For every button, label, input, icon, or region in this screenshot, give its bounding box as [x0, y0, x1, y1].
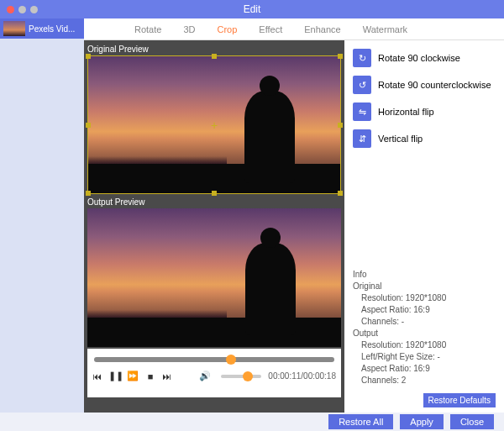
crop-handle[interactable]	[212, 191, 217, 196]
volume-handle[interactable]	[243, 371, 253, 381]
prev-frame-icon[interactable]: ⏮	[92, 371, 102, 381]
info-original-aspect: Aspect Ratio: 16:9	[353, 304, 496, 316]
hflip-icon: ⇋	[353, 102, 371, 121]
original-preview[interactable]: +	[87, 55, 341, 194]
sidebar-item-label: Pexels Vid...	[29, 24, 75, 34]
crop-center-icon[interactable]: +	[211, 118, 218, 132]
window-title: Edit	[244, 3, 261, 15]
rotate-ccw-icon: ↺	[353, 76, 371, 94]
info-output-eyesize: Left/Right Eye Size: -	[353, 351, 496, 363]
tab-effect[interactable]: Effect	[259, 24, 282, 34]
option-vflip[interactable]: ⇵ Vertical flip	[353, 129, 496, 148]
output-preview-label: Output Preview	[87, 196, 341, 208]
sidebar: Pexels Vid...	[0, 18, 84, 413]
window-controls	[7, 6, 38, 13]
close-window-icon[interactable]	[7, 6, 14, 13]
restore-defaults-button[interactable]: Restore Defaults	[423, 393, 496, 407]
crop-handle[interactable]	[338, 191, 343, 196]
info-output-resolution: Resolution: 1920*1080	[353, 339, 496, 351]
tab-rotate[interactable]: Rotate	[134, 24, 161, 34]
option-label: Rotate 90 clockwise	[378, 53, 460, 63]
rotate-cw-icon: ↻	[353, 49, 371, 67]
option-label: Horizontal flip	[378, 107, 434, 117]
crop-handle[interactable]	[86, 54, 91, 59]
info-output-channels: Channels: 2	[353, 375, 496, 386]
apply-button[interactable]: Apply	[400, 414, 444, 429]
crop-handle[interactable]	[86, 123, 91, 128]
restore-all-button[interactable]: Restore All	[328, 414, 393, 429]
tab-bar: Rotate 3D Crop Effect Enhance Watermark	[84, 18, 504, 40]
info-output-label: Output	[353, 328, 496, 339]
option-label: Rotate 90 counterclockwise	[378, 80, 491, 90]
option-rotate-ccw[interactable]: ↺ Rotate 90 counterclockwise	[353, 76, 496, 94]
tab-watermark[interactable]: Watermark	[363, 24, 407, 34]
sidebar-item-video[interactable]: Pexels Vid...	[0, 18, 84, 39]
zoom-window-icon[interactable]	[30, 6, 38, 13]
info-original-label: Original	[353, 281, 496, 292]
minimize-window-icon[interactable]	[18, 6, 26, 13]
tab-3d[interactable]: 3D	[183, 24, 195, 34]
crop-handle[interactable]	[212, 54, 217, 59]
titlebar: Edit	[0, 0, 504, 18]
vflip-icon: ⇵	[353, 129, 371, 148]
info-original-channels: Channels: -	[353, 316, 496, 328]
tab-enhance[interactable]: Enhance	[304, 24, 340, 34]
preview-panel: Original Preview + Output Preview	[84, 40, 344, 413]
volume-icon[interactable]: 🔊	[199, 371, 211, 381]
crop-handle[interactable]	[86, 191, 91, 196]
option-hflip[interactable]: ⇋ Horizontal flip	[353, 102, 496, 121]
playback-time: 00:00:11/00:00:18	[268, 371, 336, 381]
scrub-bar[interactable]	[94, 357, 334, 362]
next-frame-icon[interactable]: ⏭	[162, 371, 171, 381]
scrub-handle[interactable]	[226, 355, 236, 365]
footer: Restore All Apply Close	[0, 413, 504, 431]
close-button[interactable]: Close	[450, 414, 494, 429]
info-block: Info Original Resolution: 1920*1080 Aspe…	[353, 269, 496, 390]
info-original-resolution: Resolution: 1920*1080	[353, 292, 496, 304]
fast-forward-icon[interactable]: ⏩	[127, 371, 139, 381]
playback-controls: ⏮ ❚❚ ⏩ ■ ⏭ 🔊 00:00:11/00:00:18	[87, 349, 341, 397]
info-output-aspect: Aspect Ratio: 16:9	[353, 363, 496, 375]
crop-handle[interactable]	[338, 123, 343, 128]
option-label: Vertical flip	[378, 134, 423, 144]
option-rotate-cw[interactable]: ↻ Rotate 90 clockwise	[353, 49, 496, 67]
volume-slider[interactable]	[221, 375, 262, 378]
thumbnail-icon	[3, 21, 25, 36]
stop-icon[interactable]: ■	[145, 371, 155, 381]
pause-icon[interactable]: ❚❚	[108, 371, 120, 381]
info-title: Info	[353, 269, 496, 281]
output-preview	[87, 208, 341, 347]
options-panel: ↻ Rotate 90 clockwise ↺ Rotate 90 counte…	[344, 40, 504, 413]
tab-crop[interactable]: Crop	[217, 24, 237, 34]
crop-handle[interactable]	[338, 54, 343, 59]
